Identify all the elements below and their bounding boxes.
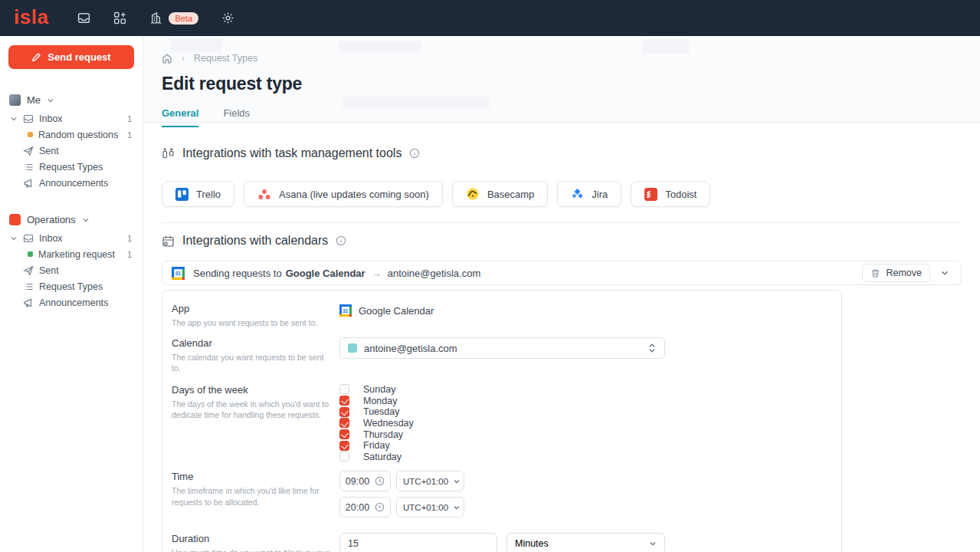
checkbox-thursday[interactable] — [339, 429, 349, 439]
chevron-down-icon — [82, 216, 90, 224]
sidebar-item-sent[interactable]: Sent — [0, 143, 143, 159]
tab-fields[interactable]: Fields — [223, 107, 250, 127]
end-time-input[interactable]: 20:00 — [339, 497, 391, 518]
checkbox-saturday[interactable] — [339, 452, 349, 462]
calendar-select[interactable]: antoine@getisla.com — [339, 337, 665, 359]
day-checkbox-row: Friday — [339, 440, 832, 452]
unread-count: 1 — [127, 250, 132, 259]
sidebar-item-sent[interactable]: Sent — [0, 262, 143, 278]
chevron-down-icon — [453, 504, 461, 511]
svg-text:31: 31 — [343, 308, 349, 314]
send-request-button[interactable]: Send request — [8, 45, 134, 69]
connection-app-name: Google Calendar — [286, 268, 365, 279]
building-icon[interactable] — [149, 12, 162, 25]
checkbox-friday[interactable] — [339, 441, 349, 451]
sidebar-item-random-questions[interactable]: Random questions 1 — [0, 127, 143, 143]
start-time-input[interactable]: 09:00 — [339, 471, 391, 491]
sidebar-item-marketing-request[interactable]: Marketing request 1 — [0, 246, 143, 262]
sidebar-item-announcements[interactable]: Announcements — [0, 175, 143, 191]
trello-icon — [175, 188, 188, 201]
basecamp-icon — [466, 187, 480, 201]
calendar-connection-bar: 31 Sending requests to Google Calendar →… — [162, 261, 962, 285]
workspace-operations[interactable]: Operations — [0, 209, 143, 230]
breadcrumb-current[interactable]: Request Types — [194, 53, 257, 64]
chevron-down-icon[interactable] — [10, 115, 18, 123]
chevron-down-icon — [453, 478, 461, 485]
days-row: Days of the week The days of the week in… — [172, 384, 832, 463]
checkbox-monday[interactable] — [339, 396, 349, 406]
skeleton-placeholder — [343, 97, 490, 109]
unread-count: 1 — [127, 114, 132, 123]
app-logo: isla — [14, 5, 48, 29]
jira-button[interactable]: Jira — [557, 181, 621, 207]
tab-general[interactable]: General — [162, 107, 198, 127]
duration-unit-select[interactable]: Minutes — [506, 533, 665, 552]
arrow-icon: → — [372, 268, 382, 279]
duration-input[interactable]: 15 — [339, 533, 497, 552]
collapse-chevron-button[interactable] — [935, 264, 955, 282]
todoist-icon — [644, 188, 657, 201]
start-timezone-select[interactable]: UTC+01:00 — [396, 471, 464, 491]
day-checkbox-row: Wednesday — [339, 418, 832, 429]
skeleton-placeholder — [339, 41, 421, 53]
unread-count: 1 — [127, 130, 132, 140]
checkbox-wednesday[interactable] — [339, 418, 349, 428]
google-calendar-icon: 31 — [339, 304, 352, 317]
gear-icon[interactable] — [221, 12, 234, 25]
chevron-down-icon — [47, 97, 54, 104]
sidebar-item-request-types[interactable]: Request Types — [0, 278, 143, 294]
breadcrumb-separator: › — [182, 53, 185, 64]
inbox-icon — [23, 233, 34, 244]
connection-email: antoine@getisla.com — [388, 268, 481, 279]
info-icon[interactable] — [409, 148, 420, 159]
skeleton-placeholder — [170, 38, 222, 52]
avatar — [9, 94, 21, 106]
checkbox-sunday[interactable] — [339, 384, 349, 394]
main-content: › Request Types Edit request type Genera… — [143, 36, 980, 552]
top-navbar: isla Beta — [0, 0, 980, 36]
remove-button[interactable]: Remove — [862, 264, 930, 282]
integration-buttons: Trello Asana (live updates coming soon) … — [162, 181, 962, 207]
page-title: Edit request type — [162, 74, 962, 94]
home-icon[interactable] — [162, 53, 172, 64]
megaphone-icon — [23, 178, 34, 189]
paper-plane-icon — [23, 146, 34, 156]
label-bullet — [28, 251, 33, 257]
sidebar-item-inbox[interactable]: Inbox 1 — [0, 230, 143, 246]
basecamp-button[interactable]: Basecamp — [452, 181, 548, 207]
day-checkbox-row: Monday — [339, 395, 832, 406]
workspace-me[interactable]: Me — [0, 90, 143, 110]
clock-icon — [375, 502, 385, 512]
trello-button[interactable]: Trello — [162, 181, 234, 207]
unread-count: 1 — [127, 234, 132, 243]
day-checkbox-row: Sunday — [339, 384, 832, 396]
time-row: Time The timeframe in which you'd like t… — [172, 471, 832, 523]
todoist-button[interactable]: Todoist — [631, 181, 710, 207]
sidebar-item-announcements[interactable]: Announcements — [0, 294, 143, 310]
calendar-label: Calendar — [172, 337, 339, 349]
inbox-tray-icon[interactable] — [77, 12, 90, 25]
pencil-icon — [31, 52, 41, 62]
info-icon[interactable] — [336, 235, 346, 246]
task-tools-section-heading: Integrations with task management tools — [162, 146, 962, 160]
duration-row: Duration How much time do you want to bl… — [172, 533, 832, 552]
google-calendar-icon: 31 — [172, 267, 185, 280]
trash-icon — [870, 268, 880, 278]
select-stepper-icon — [647, 343, 657, 353]
apps-grid-plus-icon[interactable] — [113, 12, 126, 25]
jira-icon — [571, 188, 584, 201]
chevron-down-icon[interactable] — [10, 235, 18, 242]
calendar-color-swatch — [348, 343, 357, 353]
chevron-down-icon — [649, 540, 657, 547]
page-header: › Request Types Edit request type Genera… — [143, 36, 980, 122]
days-help: The days of the week in which you'd want… — [172, 399, 339, 420]
asana-button[interactable]: Asana (live updates coming soon) — [244, 181, 443, 207]
duration-help: How much time do you want to block in yo… — [172, 547, 339, 552]
checkbox-tuesday[interactable] — [339, 407, 349, 417]
sidebar-item-inbox[interactable]: Inbox 1 — [0, 110, 143, 127]
connection-text: Sending requests to Google Calendar → an… — [193, 268, 480, 279]
task-tools-icon — [162, 147, 175, 160]
calendar-icon — [162, 235, 175, 248]
sidebar-item-request-types[interactable]: Request Types — [0, 159, 143, 175]
end-timezone-select[interactable]: UTC+01:00 — [396, 497, 464, 518]
